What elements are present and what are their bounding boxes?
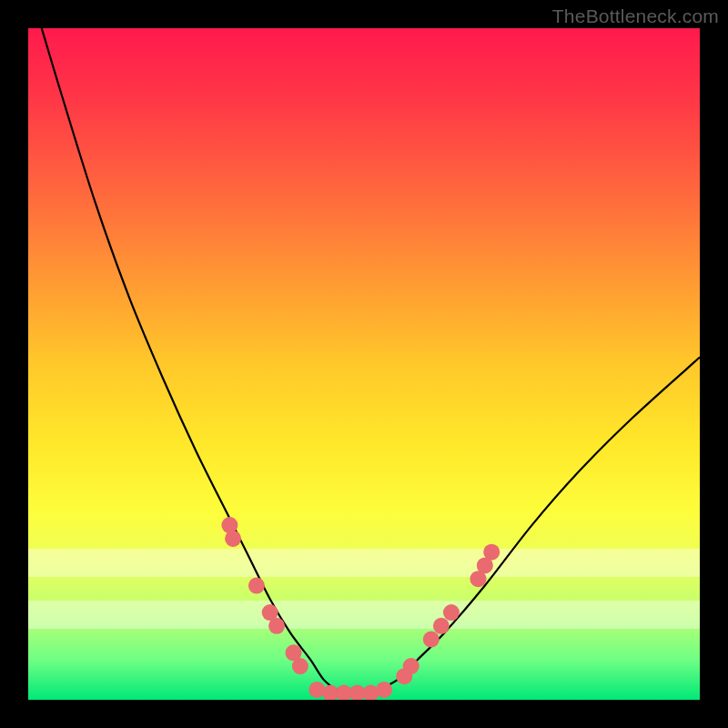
data-dot bbox=[248, 578, 265, 594]
data-dot bbox=[268, 618, 285, 634]
data-dot bbox=[403, 658, 420, 674]
curve-layer bbox=[28, 28, 700, 700]
plot-area bbox=[28, 28, 700, 700]
bottleneck-curve bbox=[42, 28, 700, 693]
data-dot bbox=[292, 658, 308, 674]
watermark-text: TheBottleneck.com bbox=[552, 5, 719, 27]
data-dot bbox=[423, 632, 440, 648]
data-dot bbox=[483, 544, 500, 561]
chart-frame: TheBottleneck.com bbox=[0, 0, 728, 728]
data-dot bbox=[376, 682, 392, 698]
data-dot bbox=[433, 618, 450, 634]
data-dot bbox=[443, 604, 460, 621]
curve-dots bbox=[221, 517, 500, 700]
data-dot bbox=[225, 531, 241, 547]
